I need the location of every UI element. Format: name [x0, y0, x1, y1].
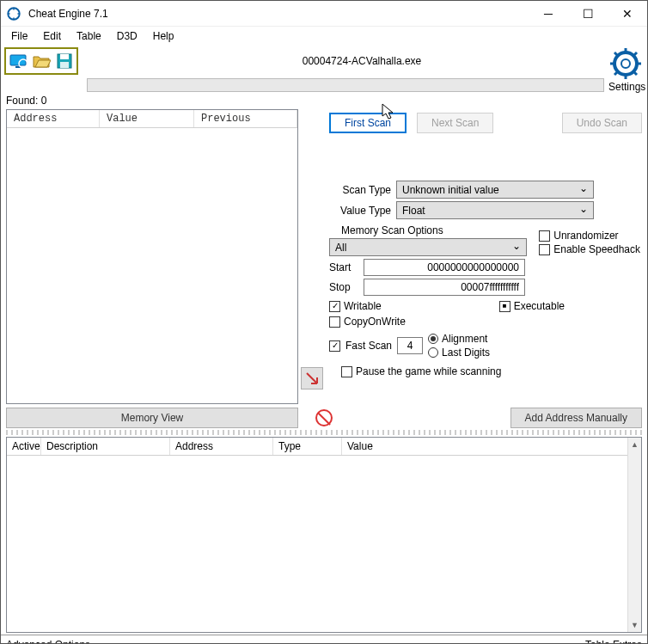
- executable-label: Executable: [514, 300, 565, 312]
- scroll-up-icon[interactable]: ▲: [628, 438, 641, 451]
- svg-line-13: [614, 52, 618, 56]
- executable-check[interactable]: [499, 301, 510, 312]
- copyonwrite-check[interactable]: [329, 316, 340, 328]
- toolbar: 00004724-ACValhalla.exe: [1, 46, 647, 77]
- pause-check[interactable]: [341, 366, 352, 377]
- minimize-button[interactable]: ─: [529, 1, 568, 27]
- progress-row: [1, 77, 647, 94]
- cheat-engine-logo-icon: [608, 46, 643, 81]
- found-label: Found:: [6, 95, 38, 107]
- scan-type-label: Scan Type: [329, 184, 391, 196]
- footer: Advanced Options Table Extras: [1, 635, 647, 644]
- action-row: Memory View Add Address Manually: [6, 408, 642, 428]
- stop-input[interactable]: [364, 279, 525, 296]
- svg-rect-7: [60, 62, 69, 68]
- svg-point-17: [621, 59, 630, 68]
- results-headers: Address Value Previous: [7, 110, 297, 128]
- start-input[interactable]: [364, 259, 525, 276]
- scan-type-value: Unknown initial value: [402, 184, 499, 196]
- col-active[interactable]: Active: [7, 438, 41, 455]
- first-scan-button[interactable]: First Scan: [329, 113, 407, 133]
- address-table[interactable]: Active Description Address Type Value ▲ …: [6, 437, 642, 633]
- results-pane[interactable]: Address Value Previous: [6, 109, 298, 404]
- undo-scan-button: Undo Scan: [562, 113, 642, 133]
- settings-panel[interactable]: Settings: [608, 46, 645, 93]
- found-row: Found: 0: [1, 94, 647, 107]
- menu-edit[interactable]: Edit: [36, 28, 68, 44]
- close-button[interactable]: ✕: [608, 1, 647, 27]
- copyonwrite-label: CopyOnWrite: [344, 316, 406, 328]
- unrandomizer-label: Unrandomizer: [553, 230, 618, 242]
- process-name: 00004724-ACValhalla.exe: [80, 55, 644, 67]
- menu-d3d[interactable]: D3D: [110, 28, 144, 44]
- value-type-value: Float: [402, 205, 425, 217]
- memory-view-button[interactable]: Memory View: [6, 408, 298, 428]
- start-label: Start: [329, 261, 364, 273]
- table-extras-button[interactable]: Table Extras: [585, 639, 642, 644]
- menu-file[interactable]: File: [4, 28, 34, 44]
- unrandomizer-check[interactable]: [539, 230, 550, 242]
- speedhack-label: Enable Speedhack: [553, 243, 640, 255]
- address-headers: Active Description Address Type Value: [7, 438, 641, 456]
- svg-rect-1: [10, 55, 26, 65]
- col-description[interactable]: Description: [41, 438, 170, 455]
- toolbar-icon-group: [4, 47, 78, 75]
- scan-progress: [87, 78, 604, 92]
- window-title: Cheat Engine 7.1: [27, 8, 529, 20]
- alignment-radio[interactable]: [428, 334, 438, 344]
- mem-region-combo[interactable]: All: [329, 238, 527, 256]
- scrollbar[interactable]: ▲ ▼: [627, 438, 641, 632]
- svg-line-15: [633, 52, 637, 56]
- scroll-down-icon[interactable]: ▼: [628, 618, 641, 632]
- svg-line-16: [614, 71, 618, 75]
- stop-label: Stop: [329, 281, 364, 293]
- lastdigits-label: Last Digits: [442, 347, 490, 359]
- writable-check[interactable]: [329, 301, 340, 312]
- fastscan-check[interactable]: [329, 340, 340, 352]
- menu-help[interactable]: Help: [146, 28, 181, 44]
- value-type-label: Value Type: [329, 205, 391, 217]
- col-type[interactable]: Type: [273, 438, 342, 455]
- alignment-label: Alignment: [442, 333, 487, 345]
- found-count: 0: [41, 95, 47, 107]
- pause-label: Pause the game while scanning: [356, 365, 501, 377]
- col-value2[interactable]: Value: [342, 438, 641, 455]
- writable-label: Writable: [344, 300, 382, 312]
- speedhack-check[interactable]: [539, 244, 550, 255]
- add-address-manually-button[interactable]: Add Address Manually: [510, 408, 642, 428]
- mem-region-value: All: [335, 242, 346, 254]
- value-type-combo[interactable]: Float: [396, 201, 594, 219]
- scan-type-combo[interactable]: Unknown initial value: [396, 181, 594, 199]
- maximize-button[interactable]: ☐: [568, 1, 608, 27]
- menubar: File Edit Table D3D Help: [1, 27, 647, 46]
- advanced-options-button[interactable]: Advanced Options: [6, 639, 90, 644]
- delete-icon[interactable]: [315, 409, 333, 426]
- svg-rect-6: [60, 54, 69, 59]
- side-options: Unrandomizer Enable Speedhack: [539, 228, 640, 257]
- col-previous[interactable]: Previous: [194, 110, 297, 127]
- controls-pane: First Scan Next Scan Undo Scan Scan Type…: [303, 107, 647, 406]
- col-value[interactable]: Value: [100, 110, 194, 127]
- splitter[interactable]: [6, 430, 642, 435]
- settings-label[interactable]: Settings: [608, 81, 645, 93]
- save-icon[interactable]: [53, 50, 76, 72]
- titlebar: Cheat Engine 7.1 ─ ☐ ✕: [1, 1, 647, 27]
- svg-line-14: [633, 71, 637, 75]
- add-to-list-arrow-button[interactable]: [301, 367, 323, 389]
- lastdigits-radio[interactable]: [428, 347, 438, 358]
- next-scan-button: Next Scan: [417, 113, 493, 133]
- col-address2[interactable]: Address: [170, 438, 273, 455]
- fastscan-input[interactable]: [397, 337, 423, 354]
- open-process-icon[interactable]: [7, 50, 29, 72]
- col-address[interactable]: Address: [7, 110, 100, 127]
- menu-table[interactable]: Table: [70, 28, 108, 44]
- open-file-icon[interactable]: [30, 50, 52, 72]
- fastscan-label: Fast Scan: [345, 340, 392, 352]
- app-icon: [6, 6, 21, 21]
